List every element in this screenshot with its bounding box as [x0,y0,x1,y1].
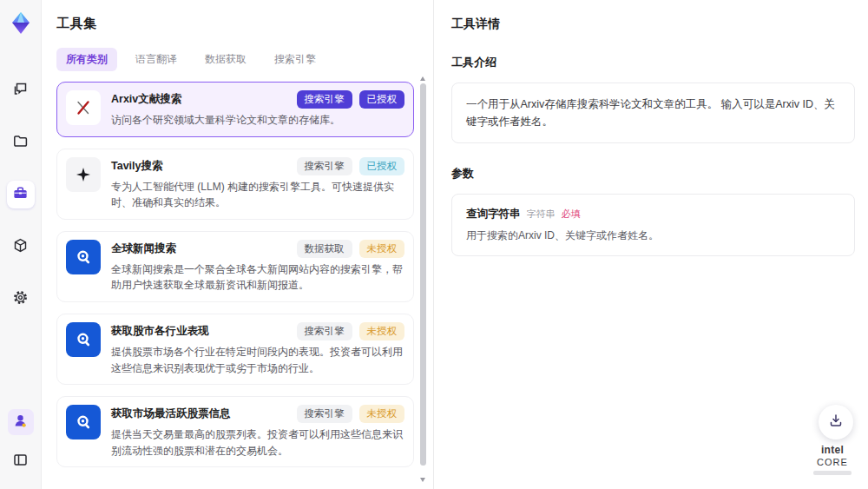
category-tabs: 所有类别语言翻译数据获取搜索引擎 [56,48,433,71]
sidebar-item-files[interactable] [7,129,35,156]
tool-category-badge: 搜索引擎 [297,90,352,109]
app-window: 工具集 所有类别语言翻译数据获取搜索引擎 Arxiv文献搜索 搜索引擎 已授权 … [0,0,868,489]
intel-logo-text: intel [821,444,844,456]
tool-card-0[interactable]: Arxiv文献搜索 搜索引擎 已授权 访问各个研究领域大量科学论文和文章的存储库… [56,82,414,137]
tool-list-panel: 工具集 所有类别语言翻译数据获取搜索引擎 Arxiv文献搜索 搜索引擎 已授权 … [42,0,434,489]
collapse-sidebar-icon [12,452,29,472]
tool-category-badge: 搜索引擎 [297,157,352,175]
tool-auth-badge[interactable]: 已授权 [359,90,405,109]
param-type: 字符串 [527,208,556,221]
param-desc: 用于搜索的Arxiv ID、关键字或作者姓名。 [466,228,840,243]
tool-card-4[interactable]: 获取市场最活跃股票信息 搜索引擎 未授权 提供当天交易量最高的股票列表。投资者可… [56,396,414,467]
tool-description: 专为人工智能代理 (LLM) 构建的搜索引擎工具。可快速提供实时、准确和真实的结… [111,179,406,211]
tool-name: 获取股市各行业表现 [111,322,209,339]
tavily-star-icon [66,157,101,192]
download-icon [828,413,844,432]
tool-description: 全球新闻搜索是一个聚合全球各大新闻网站内容的搜索引擎，帮助用户快速获取全球最新资… [111,261,406,294]
sidebar-item-tools[interactable] [7,181,35,208]
tool-description: 提供股票市场各个行业在特定时间段内的表现。投资者可以利用这些信息来识别表现优于或… [111,344,406,376]
tab-2[interactable]: 数据获取 [195,48,256,71]
tool-card-list: Arxiv文献搜索 搜索引擎 已授权 访问各个研究领域大量科学论文和文章的存储库… [56,82,414,468]
intel-badge-subline [813,471,852,475]
tool-auth-badge[interactable]: 未授权 [359,322,405,340]
tool-auth-badge[interactable]: 已授权 [359,157,405,175]
gear-icon [12,289,29,309]
param-name: 查询字符串 [466,207,521,221]
user-profile-button[interactable] [8,409,34,435]
intro-text: 一个用于从Arxiv存储库搜索科学论文和文章的工具。 输入可以是Arxiv ID… [466,96,840,130]
tool-card-1[interactable]: Tavily搜索 搜索引擎 已授权 专为人工智能代理 (LLM) 构建的搜索引擎… [56,149,414,220]
tab-1[interactable]: 语言翻译 [126,48,187,71]
sidebar-item-chat[interactable] [7,76,35,104]
detail-title: 工具详情 [451,17,855,32]
cube-icon [12,237,29,257]
intel-core-badge: intel CORE [807,444,858,475]
tool-description: 提供当天交易量最高的股票列表。投资者可以利用这些信息来识别流动性强的股票和潜在的… [111,426,406,459]
arxiv-logo-icon [66,90,101,125]
tool-name: Arxiv文献搜索 [111,90,181,107]
intel-core-text: CORE [817,457,848,467]
tool-category-badge: 数据获取 [297,240,352,258]
tool-auth-badge[interactable]: 未授权 [359,240,405,258]
app-logo-icon [8,10,34,36]
folder-icon [12,133,29,153]
params-heading: 参数 [451,166,855,182]
user-avatar-icon [12,413,29,433]
collapse-sidebar-button[interactable] [7,447,35,475]
param-box: 查询字符串 字符串 必填 用于搜索的Arxiv ID、关键字或作者姓名。 [451,194,855,256]
scrollbar-thumb[interactable] [420,83,426,466]
icon-sidebar [0,0,42,489]
blue-search-app-icon [66,240,101,274]
tool-category-badge: 搜索引擎 [297,322,352,340]
sidebar-item-models[interactable] [7,233,35,261]
blue-search-app-icon [66,322,101,357]
tool-name: 全球新闻搜索 [111,240,176,256]
tab-0[interactable]: 所有类别 [56,48,117,71]
sidebar-item-settings[interactable] [7,285,35,313]
page-title: 工具集 [56,16,433,32]
tool-auth-badge[interactable]: 未授权 [359,405,405,423]
download-button[interactable] [819,405,853,439]
tab-3[interactable]: 搜索引擎 [265,48,326,71]
tool-name: 获取市场最活跃股票信息 [111,405,231,421]
tool-category-badge: 搜索引擎 [297,405,352,423]
blue-search-app-icon [66,405,101,439]
intro-box: 一个用于从Arxiv存储库搜索科学论文和文章的工具。 输入可以是Arxiv ID… [451,83,855,143]
param-required-flag: 必填 [562,208,581,221]
tool-description: 访问各个研究领域大量科学论文和文章的存储库。 [111,112,406,129]
briefcase-icon [12,185,29,205]
tool-card-3[interactable]: 获取股市各行业表现 搜索引擎 未授权 提供股票市场各个行业在特定时间段内的表现。… [56,314,414,385]
list-scrollbar[interactable] [420,76,426,482]
scroll-up-arrow-icon[interactable] [420,76,425,81]
tool-detail-panel: 工具详情 工具介绍 一个用于从Arxiv存储库搜索科学论文和文章的工具。 输入可… [434,0,868,489]
scroll-down-arrow-icon[interactable] [420,478,425,482]
tool-name: Tavily搜索 [111,157,163,174]
tool-card-2[interactable]: 全球新闻搜索 数据获取 未授权 全球新闻搜索是一个聚合全球各大新闻网站内容的搜索… [56,231,414,302]
intro-heading: 工具介绍 [451,55,855,70]
chat-icon [12,81,29,101]
